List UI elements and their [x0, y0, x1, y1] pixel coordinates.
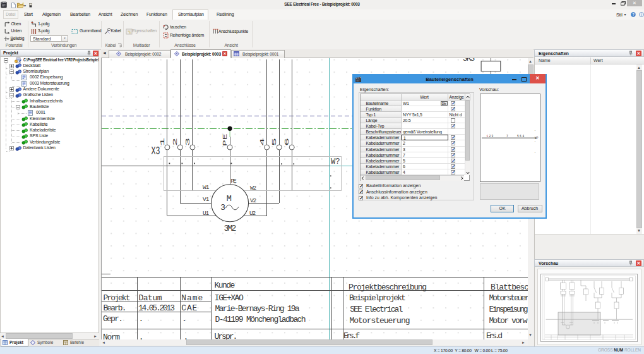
svg-text:Projektbeschreibung: Projektbeschreibung	[349, 283, 427, 292]
svg-text:3M2: 3M2	[224, 224, 236, 233]
svg-text:5: 5	[271, 137, 278, 146]
svg-text:1: 1	[159, 137, 166, 146]
svg-text:14.05.2013: 14.05.2013	[138, 303, 175, 313]
svg-text:Motorsteuer: Motorsteuer	[489, 293, 530, 303]
svg-text:Beispielprojekt: Beispielprojekt	[349, 293, 406, 303]
svg-text:.: .	[182, 314, 187, 324]
svg-text:5: 5	[517, 134, 519, 137]
svg-text:6: 6	[283, 137, 290, 146]
svg-text:3: 3	[184, 137, 191, 146]
svg-text:Bearb.: Bearb.	[104, 303, 127, 313]
svg-text:?: ?	[632, 13, 635, 16]
svg-text:Name: Name	[181, 293, 203, 303]
svg-text:.: .	[534, 128, 536, 131]
svg-text:CAE: CAE	[181, 303, 197, 313]
svg-text:.: .	[139, 333, 144, 339]
svg-text:Ers.d: Ers.d	[486, 331, 503, 339]
svg-text:Projekt: Projekt	[104, 293, 131, 303]
svg-text:4: 4	[522, 134, 524, 137]
svg-text:U2: U2	[249, 210, 256, 217]
svg-text:3: 3	[220, 203, 225, 212]
svg-text:.: .	[534, 150, 536, 154]
svg-text:W1: W1	[203, 184, 210, 191]
svg-text:4: 4	[259, 137, 266, 146]
svg-text:V1: V1	[203, 196, 210, 203]
svg-text:Datum: Datum	[139, 293, 162, 303]
svg-text:W?: W?	[331, 157, 340, 166]
svg-text:D-41199 Mönchengladbach: D-41199 Mönchengladbach	[215, 315, 306, 324]
svg-text:7: 7	[506, 134, 508, 137]
svg-text:V2: V2	[250, 197, 257, 204]
svg-text:Urspr.: Urspr.	[214, 332, 237, 339]
svg-text:3: 3	[491, 134, 493, 137]
svg-text:2: 2	[489, 134, 491, 137]
svg-text:U1: U1	[203, 210, 210, 217]
svg-text:IGE+XAO: IGE+XAO	[215, 293, 244, 303]
svg-text:Einspeisung: Einspeisung	[489, 305, 528, 314]
svg-text:1: 1	[486, 134, 488, 137]
svg-text:Motor vorw: Motor vorw	[489, 316, 528, 326]
svg-text:.: .	[139, 314, 144, 324]
svg-text:Blattbesc: Blattbesc	[491, 283, 529, 292]
svg-text:Ers.f: Ers.f	[343, 331, 360, 339]
svg-text:2: 2	[172, 137, 179, 146]
svg-text:M: M	[227, 194, 232, 204]
svg-text:PE: PE	[222, 133, 229, 146]
svg-text:X3: X3	[151, 145, 160, 157]
svg-text:.: .	[534, 139, 536, 142]
svg-text:Kunde: Kunde	[214, 281, 235, 290]
svg-text:Gepr.: Gepr.	[103, 314, 123, 324]
svg-text:3K3: 3K3	[463, 58, 475, 63]
svg-text:Motorsteuerung: Motorsteuerung	[350, 316, 410, 326]
svg-text:Marie-Bernays-Ring 19a: Marie-Bernays-Ring 19a	[215, 304, 300, 314]
svg-text:PE: PE	[231, 178, 237, 185]
svg-text:6: 6	[520, 134, 522, 137]
svg-text:W2: W2	[250, 185, 257, 192]
svg-text:.: .	[183, 333, 188, 339]
svg-text:Norm: Norm	[103, 333, 120, 339]
svg-text:SEE Electrical: SEE Electrical	[350, 305, 403, 314]
